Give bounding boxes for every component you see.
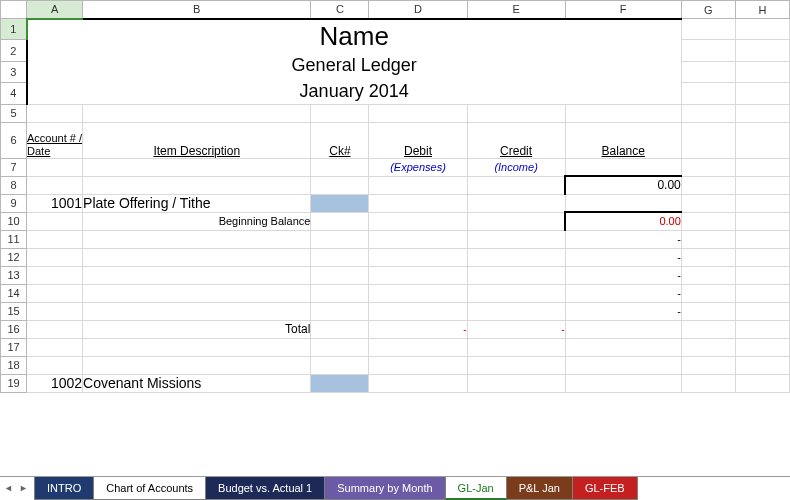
row-balance[interactable]: - — [565, 266, 681, 284]
table-row[interactable] — [27, 230, 83, 248]
table-row[interactable] — [27, 284, 83, 302]
row-header-7[interactable]: 7 — [1, 158, 27, 176]
tab-summary-by-month[interactable]: Summary by Month — [324, 477, 445, 500]
title-name: Name — [28, 20, 681, 52]
sublabel-expenses[interactable]: (Expenses) — [369, 158, 467, 176]
row-header-11[interactable]: 11 — [1, 230, 27, 248]
col-header-D[interactable]: D — [369, 1, 467, 19]
starting-balance[interactable]: 0.00 — [565, 176, 681, 194]
row-header-6[interactable]: 6 — [1, 122, 27, 158]
tab-scroll-arrows[interactable]: ◄ ► — [2, 479, 30, 497]
tab-pl-jan[interactable]: P&L Jan — [506, 477, 573, 500]
beginning-balance-value[interactable]: 0.00 — [565, 212, 681, 230]
row-header-10[interactable]: 10 — [1, 212, 27, 230]
header-balance[interactable]: Balance — [565, 122, 681, 158]
row-header-15[interactable]: 15 — [1, 302, 27, 320]
section1-title[interactable]: Plate Offering / Tithe — [83, 194, 311, 212]
cell[interactable] — [735, 19, 789, 40]
tab-gl-jan[interactable]: GL-Jan — [445, 477, 507, 500]
tab-gl-feb[interactable]: GL-FEB — [572, 477, 638, 500]
title-block[interactable]: Name General Ledger January 2014 — [27, 19, 682, 105]
row-header-5[interactable]: 5 — [1, 104, 27, 122]
col-header-B[interactable]: B — [83, 1, 311, 19]
row-header-4[interactable]: 4 — [1, 83, 27, 104]
tab-intro[interactable]: INTRO — [34, 477, 94, 500]
header-credit[interactable]: Credit — [467, 122, 565, 158]
header-debit[interactable]: Debit — [369, 122, 467, 158]
sheet-tabs-bar: ◄ ► INTRO Chart of Accounts Budget vs. A… — [0, 476, 790, 500]
title-ledger: General Ledger — [28, 52, 681, 78]
row-header-2[interactable]: 2 — [1, 40, 27, 61]
row-header-1[interactable]: 1 — [1, 19, 27, 40]
spreadsheet-grid[interactable]: A B C D E F G H 1 Name General Ledger Ja… — [0, 0, 790, 476]
row-header-18[interactable]: 18 — [1, 356, 27, 374]
row-header-9[interactable]: 9 — [1, 194, 27, 212]
table-row[interactable] — [27, 302, 83, 320]
col-header-G[interactable]: G — [681, 1, 735, 19]
row-header-14[interactable]: 14 — [1, 284, 27, 302]
col-header-C[interactable]: C — [311, 1, 369, 19]
col-header-A[interactable]: A — [27, 1, 83, 19]
col-header-F[interactable]: F — [565, 1, 681, 19]
sublabel-income[interactable]: (Income) — [467, 158, 565, 176]
row-header-8[interactable]: 8 — [1, 176, 27, 194]
section2-num[interactable]: 1002 — [27, 374, 83, 392]
row-header-17[interactable]: 17 — [1, 338, 27, 356]
row-balance[interactable]: - — [565, 302, 681, 320]
total-label[interactable]: Total — [83, 320, 311, 338]
section1-num[interactable]: 1001 — [27, 194, 83, 212]
header-account[interactable]: Account # / Date — [27, 122, 83, 158]
tab-chart-of-accounts[interactable]: Chart of Accounts — [93, 477, 206, 500]
tab-budget-vs-actual[interactable]: Budget vs. Actual 1 — [205, 477, 325, 500]
row-header-3[interactable]: 3 — [1, 61, 27, 82]
row-header-12[interactable]: 12 — [1, 248, 27, 266]
section2-title[interactable]: Covenant Missions — [83, 374, 311, 392]
table-row[interactable] — [27, 248, 83, 266]
total-debit[interactable]: - — [369, 320, 467, 338]
header-ck[interactable]: Ck# — [311, 122, 369, 158]
cell[interactable] — [681, 19, 735, 40]
column-headers: A B C D E F G H — [1, 1, 790, 19]
tab-scroll-left-icon[interactable]: ◄ — [2, 479, 15, 497]
tab-scroll-right-icon[interactable]: ► — [17, 479, 30, 497]
beginning-balance-label[interactable]: Beginning Balance — [83, 212, 311, 230]
title-date: January 2014 — [28, 78, 681, 104]
row-header-16[interactable]: 16 — [1, 320, 27, 338]
row-header-19[interactable]: 19 — [1, 374, 27, 392]
header-description[interactable]: Item Description — [83, 122, 311, 158]
row-header-13[interactable]: 13 — [1, 266, 27, 284]
row-balance[interactable]: - — [565, 230, 681, 248]
table-row[interactable] — [27, 266, 83, 284]
col-header-H[interactable]: H — [735, 1, 789, 19]
row-balance[interactable]: - — [565, 284, 681, 302]
select-all-corner[interactable] — [1, 1, 27, 19]
row-balance[interactable]: - — [565, 248, 681, 266]
total-credit[interactable]: - — [467, 320, 565, 338]
col-header-E[interactable]: E — [467, 1, 565, 19]
